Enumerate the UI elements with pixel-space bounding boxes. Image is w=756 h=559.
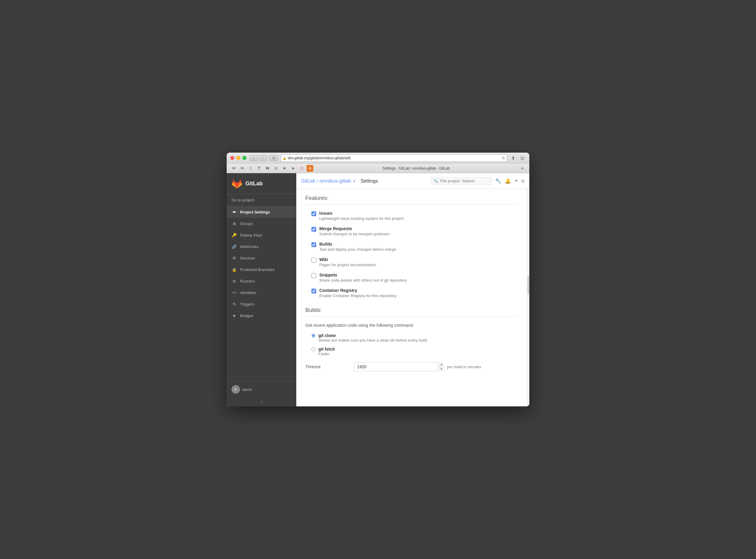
minimize-button[interactable]: [236, 156, 240, 160]
sidebar-item-deploy-keys[interactable]: 🔑 Deploy Keys: [227, 229, 296, 241]
search-box[interactable]: 🔍: [431, 177, 492, 185]
build-method-radio-group: git clone Slower but makes sure you have…: [305, 333, 518, 356]
features-list: Issues Lightweight issue tracking system…: [305, 211, 518, 298]
feature-text-builds: Builds Test and deploy your changes befo…: [319, 242, 396, 252]
bookmark-arrow[interactable]: ➤: [290, 165, 296, 172]
sidebar-item-badges[interactable]: ★ Badges: [227, 310, 296, 321]
scroll-track[interactable]: [527, 189, 529, 406]
top-nav-actions: 🔧 🔔 + ⎋: [495, 178, 524, 184]
sidebar-item-label-triggers: Triggers: [240, 302, 254, 307]
radio-name-git-clone: git clone: [318, 333, 427, 338]
wrench-icon[interactable]: 🔧: [495, 178, 501, 184]
groups-icon: ⊞: [232, 221, 237, 226]
builds-description: Get recent application code using the fo…: [305, 323, 518, 328]
sidebar-nav: ✏ Project Settings ⊞ Groups 🔑 Deploy Key…: [227, 206, 296, 381]
timeout-stepper: ▲ ▼: [438, 362, 445, 371]
sidebar-item-label-groups: Groups: [240, 221, 253, 226]
timeout-input[interactable]: [354, 362, 445, 371]
search-input[interactable]: [440, 179, 490, 183]
breadcrumb-dropdown[interactable]: ∨: [353, 179, 356, 183]
feature-name-wiki: Wiki: [319, 257, 376, 262]
bookmark-mail1[interactable]: ✉: [230, 165, 237, 172]
feature-name-issues: Issues: [319, 211, 404, 216]
bookmark-github[interactable]: ⊙: [273, 165, 279, 172]
refresh-button[interactable]: ↻: [502, 156, 505, 160]
radio-item-git-fetch: git fetch Faster: [311, 347, 518, 356]
timeout-row: Timeout ▲ ▼ per build in minutes: [305, 362, 518, 371]
sidebar-item-project-settings[interactable]: ✏ Project Settings: [227, 206, 296, 218]
timeout-decrement-button[interactable]: ▼: [438, 367, 445, 372]
feature-name-builds: Builds: [319, 242, 396, 246]
sidebar-goto-project[interactable]: Go to project: [227, 194, 296, 206]
git-clone-radio[interactable]: [311, 334, 315, 338]
address-bar[interactable]: [281, 154, 507, 162]
feature-text-merge-requests: Merge Requests Submit changes to be merg…: [319, 226, 389, 236]
bookmark-w[interactable]: W: [264, 165, 271, 172]
maximize-button[interactable]: [242, 156, 246, 160]
traffic-lights: [230, 156, 246, 160]
container-registry-checkbox[interactable]: [311, 289, 316, 293]
feature-text-wiki: Wiki Pages for project documentation: [319, 257, 376, 267]
breadcrumb-link[interactable]: GitLab / omnibus-gitlab: [301, 178, 351, 184]
sidebar-logo: GitLab: [227, 173, 296, 194]
close-button[interactable]: [230, 156, 234, 160]
sidebar-item-triggers[interactable]: ↻ Triggers: [227, 298, 296, 310]
content-area: Features: Issues Lightweight issue track…: [296, 189, 527, 406]
back-button[interactable]: ‹: [250, 155, 258, 161]
bookmark-gitlab[interactable]: ⬡: [298, 165, 305, 172]
add-icon[interactable]: +: [515, 178, 518, 184]
sidebar-bottom: K kamil: [227, 381, 296, 397]
feature-text-container-registry: Container Registry Enable Container Regi…: [319, 288, 397, 298]
sidebar: GitLab Go to project ✏ Project Settings …: [227, 173, 296, 406]
scroll-thumb[interactable]: [527, 276, 529, 294]
gitlab-logo-text: GitLab: [245, 180, 263, 187]
protected-branches-icon: 🔒: [232, 267, 237, 272]
sidebar-item-label-services: Services: [240, 256, 255, 261]
wiki-checkbox[interactable]: [311, 258, 316, 263]
timeout-unit-label: per build in minutes: [447, 364, 481, 369]
share-icon[interactable]: ⬆: [510, 155, 517, 161]
feature-desc-snippets: Share code pastes with others out of git…: [319, 278, 407, 283]
runners-icon: ⚙: [232, 278, 237, 284]
issues-checkbox[interactable]: [311, 211, 316, 216]
breadcrumb-separator: ·: [358, 179, 359, 183]
sidebar-item-variables[interactable]: </> Variables: [227, 287, 296, 298]
lock-icon: 🔒: [283, 156, 286, 160]
gitlab-logo-icon: [232, 178, 242, 189]
nav-buttons: ‹ ›: [250, 155, 267, 161]
merge-requests-checkbox[interactable]: [311, 227, 316, 232]
timeout-increment-button[interactable]: ▲: [438, 362, 445, 367]
sidebar-item-runners[interactable]: ⚙ Runners: [227, 275, 296, 287]
sidebar-item-services[interactable]: ⚙ Services: [227, 252, 296, 264]
sidebar-item-protected-branches[interactable]: 🔒 Protected Branches: [227, 264, 296, 275]
user-avatar: K: [232, 385, 240, 394]
bookmark-t[interactable]: T: [256, 165, 262, 172]
sidebar-item-label-deploy-keys: Deploy Keys: [240, 233, 262, 238]
radio-name-git-fetch: git fetch: [318, 347, 335, 352]
snippets-checkbox[interactable]: [311, 273, 316, 278]
signout-icon[interactable]: ⎋: [521, 178, 524, 184]
sidebar-item-label-badges: Badges: [240, 313, 253, 318]
sidebar-item-webhooks[interactable]: 🔗 Webhooks: [227, 241, 296, 252]
bookmark-b[interactable]: B: [307, 165, 313, 172]
sidebar-toggle-icon[interactable]: ⊡: [519, 155, 526, 161]
bookmark-mail2[interactable]: ✉: [239, 165, 245, 172]
breadcrumb-current: Settings: [360, 178, 378, 184]
services-icon: ⚙: [232, 255, 237, 261]
variables-icon: </>: [232, 290, 237, 295]
search-icon: 🔍: [434, 179, 438, 183]
tab-button[interactable]: ⊡: [269, 155, 278, 161]
bookmark-fb[interactable]: f: [247, 165, 254, 172]
user-name: kamil: [242, 387, 252, 392]
key-icon: 🔑: [232, 232, 237, 238]
forward-button[interactable]: ›: [259, 155, 267, 161]
sidebar-item-groups[interactable]: ⊞ Groups: [227, 218, 296, 229]
bookmark-star[interactable]: ★: [281, 165, 288, 172]
page-title-bar: Settings · GitLab / omnibus-gitlab · Git…: [315, 166, 517, 171]
top-nav: GitLab / omnibus-gitlab ∨ · Settings 🔍 🔧…: [296, 173, 529, 189]
add-bookmark-button[interactable]: +: [519, 165, 526, 172]
notification-bell-icon[interactable]: 🔔: [505, 178, 511, 184]
builds-checkbox[interactable]: [311, 242, 316, 247]
sidebar-collapse-button[interactable]: ‹: [227, 397, 296, 406]
git-fetch-radio[interactable]: [311, 347, 315, 351]
